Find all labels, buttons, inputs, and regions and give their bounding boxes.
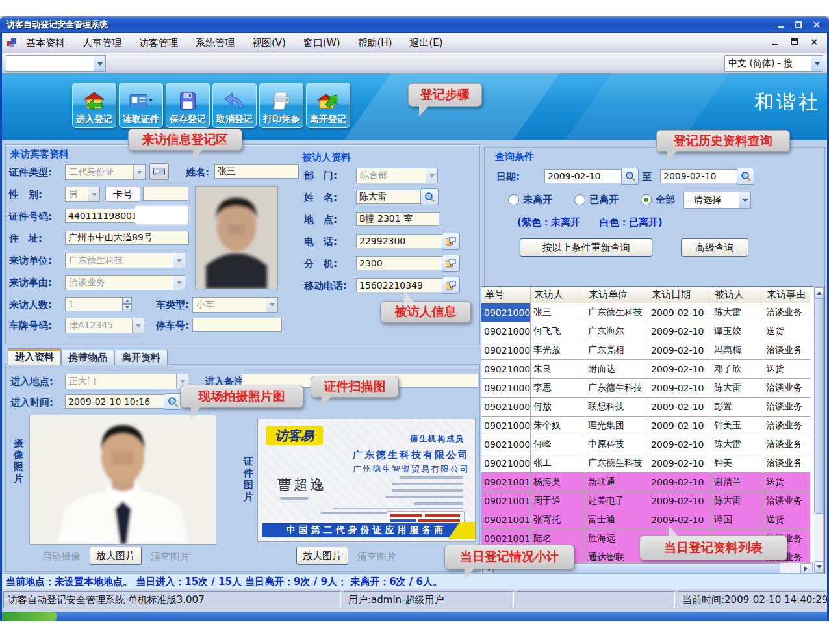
table-row[interactable]: 090210006何放联想科技2009-02-10彭置洽谈业务	[481, 398, 824, 417]
col-header-company[interactable]: 来访单位	[585, 287, 648, 303]
mdi-minimize-icon[interactable]	[770, 36, 780, 47]
ext-field[interactable]: 2300	[356, 256, 443, 270]
zoom-photo-button[interactable]: 放大图片	[90, 547, 142, 565]
menu-system[interactable]: 系统管理	[196, 37, 235, 49]
cancel-registration-button[interactable]: 取消登记	[212, 83, 257, 128]
table-row[interactable]: 090210001张三广东德生科技2009-02-10陈大雷洽谈业务	[481, 303, 824, 322]
parking-field[interactable]	[192, 318, 282, 332]
summary-text: 当前地点：未设置本地地点。 当日进入：15次 / 15人 当日离开：9次 / 9…	[6, 576, 442, 588]
table-row[interactable]: 090210011周于通赴美电子2009-02-10陈大雷洽谈业务	[481, 492, 824, 511]
menu-basic-data[interactable]: 基本资料	[26, 37, 65, 49]
tab-entry-info[interactable]: 进入资料	[8, 348, 61, 365]
date-label: 日期:	[496, 171, 520, 183]
visit-company-combobox[interactable]: 广东德生科技	[65, 253, 185, 268]
query-select-combobox[interactable]: --请选择	[683, 192, 751, 209]
dept-combobox[interactable]: 综合部	[356, 168, 438, 183]
requery-button[interactable]: 按以上条件重新查询	[520, 238, 652, 257]
scroll-down-icon[interactable]	[814, 561, 824, 573]
menu-exit[interactable]: 退出(E)	[410, 37, 443, 49]
enter-registration-button[interactable]: 进入登记	[72, 83, 116, 128]
phone-field[interactable]: 22992300	[356, 234, 443, 248]
zoom-card-button[interactable]: 放大图片	[296, 547, 348, 565]
radio-not-left[interactable]: 未离开	[508, 194, 552, 206]
col-header-visitor[interactable]: 来访人	[531, 287, 585, 303]
start-camera-button[interactable]: 启动摄像	[36, 548, 86, 565]
location-field[interactable]: B幢 2301 室	[356, 212, 439, 226]
restore-icon[interactable]	[793, 19, 804, 29]
callout-today-summary: 当日登记情况小计	[444, 545, 574, 569]
leave-registration-button[interactable]: 离开登记	[306, 83, 350, 128]
address-field[interactable]: 广州市中山大道89号	[65, 231, 189, 245]
lookup-person-button[interactable]	[420, 188, 439, 205]
screenshot-stage: 访客自动登记安全管理系统 × 基本资料 人事管理 访客管理 系统管理 视图(V)…	[0, 0, 829, 644]
table-row[interactable]: 090210004朱良附而达2009-02-10邓子欣送货	[481, 360, 824, 379]
radio-left[interactable]: 已离开	[574, 194, 619, 206]
menu-hr[interactable]: 人事管理	[83, 37, 121, 49]
menu-visitor[interactable]: 访客管理	[139, 37, 178, 49]
date-from-picker-button[interactable]	[621, 168, 639, 185]
clear-card-button[interactable]: 清空图片	[352, 548, 402, 565]
call-phone-button[interactable]	[442, 233, 460, 250]
close-icon[interactable]: ×	[811, 19, 823, 29]
col-header-date[interactable]: 来访日期	[648, 287, 711, 303]
gender-combobox[interactable]: 男	[65, 187, 100, 202]
table-row[interactable]: 090210003李光放广东亮相2009-02-10冯惠梅洽谈业务	[481, 341, 824, 360]
entry-location-label: 进入地点:	[10, 376, 53, 388]
scroll-right-icon[interactable]	[800, 563, 811, 574]
entry-time-field[interactable]: 2009-02-10 10:16	[65, 394, 168, 409]
read-id-card-button[interactable]: 读取证件	[119, 83, 163, 128]
table-row[interactable]: 090210008何峰中原科技2009-02-10陈大雷洽谈业务	[481, 435, 824, 454]
menu-view[interactable]: 视图(V)	[252, 37, 286, 49]
mobile-field[interactable]: 15602210349	[356, 278, 443, 292]
cert-type-combobox[interactable]: 二代身份证	[65, 164, 146, 180]
plate-combobox[interactable]: 津A12345	[65, 318, 144, 333]
col-header-reason[interactable]: 来访事由	[763, 287, 810, 303]
visited-name-field[interactable]: 陈大雷	[356, 190, 424, 204]
visit-reason-combobox[interactable]: 洽谈业务	[65, 275, 185, 290]
table-row[interactable]: 090210009张工广东德生科技2009-02-10钟美洽谈业务	[481, 454, 824, 473]
mdi-close-icon[interactable]: ×	[809, 36, 819, 47]
clear-photo-button[interactable]: 清空图片	[146, 548, 195, 565]
scrollbar-thumb[interactable]	[814, 298, 824, 514]
table-header[interactable]: 单号 来访人 来访单位 来访日期 被访人 来访事由	[481, 287, 824, 303]
table-row[interactable]: 090210002何飞飞广东海尔2009-02-10谭玉姣送货	[481, 322, 824, 341]
minimize-icon[interactable]	[774, 19, 786, 29]
tab-carried-items[interactable]: 携带物品	[61, 350, 114, 365]
menu-help[interactable]: 帮助(H)	[358, 37, 392, 49]
entry-location-combobox[interactable]: 正大门	[65, 374, 188, 389]
date-to-field[interactable]: 2009-02-10	[660, 169, 741, 183]
entry-time-picker-button[interactable]	[164, 393, 181, 410]
col-header-host[interactable]: 被访人	[711, 287, 763, 303]
quick-select-combobox[interactable]	[6, 55, 106, 72]
vehicle-type-combobox[interactable]: 小车	[192, 297, 278, 313]
save-registration-button[interactable]: 保存登记	[166, 83, 210, 128]
menu-window[interactable]: 窗口(W)	[303, 37, 340, 49]
language-selector[interactable]: 中文 (简体) - 搜	[724, 55, 823, 72]
call-mobile-button[interactable]	[442, 277, 460, 294]
registry-table[interactable]: 单号 来访人 来访单位 来访日期 被访人 来访事由 090210001张三广东德…	[481, 286, 825, 576]
quantity-stepper[interactable]	[122, 297, 132, 311]
card-reader-button[interactable]	[149, 163, 169, 180]
visitor-name-field[interactable]: 张三	[214, 164, 299, 179]
tab-leave-info[interactable]: 离开资料	[114, 350, 168, 365]
date-to-picker-button[interactable]	[737, 168, 754, 185]
vehicle-type-label: 车类型:	[156, 299, 189, 311]
print-receipt-button[interactable]: 打印凭条	[259, 83, 303, 128]
table-row[interactable]: 090210012张寄托富士通2009-02-10谭国送货	[481, 511, 824, 530]
table-row[interactable]: 090210010杨海类新联通2009-02-10谢清兰送货	[481, 473, 824, 492]
col-header-id[interactable]: 单号	[481, 287, 531, 303]
mdi-restore-icon[interactable]	[789, 36, 800, 47]
visitor-count-field[interactable]: 1	[65, 297, 127, 311]
radio-all[interactable]: 全部	[641, 194, 675, 206]
card-number-field[interactable]	[143, 187, 188, 201]
advanced-query-button[interactable]: 高级查询	[681, 238, 748, 257]
date-from-field[interactable]: 2009-02-10	[544, 169, 625, 183]
scroll-up-icon[interactable]	[814, 287, 824, 298]
table-row[interactable]: 090210005李思广东德生科技2009-02-10陈大雷洽谈业务	[481, 379, 824, 398]
vertical-scrollbar[interactable]	[813, 286, 824, 574]
chevron-down-icon	[739, 192, 750, 208]
card-number-button[interactable]: 卡号	[105, 187, 140, 202]
call-ext-button[interactable]	[442, 255, 460, 272]
card-company-2: 广州德生智盟贸易有限公司	[353, 463, 470, 475]
table-row[interactable]: 090210007朱个奴理光集团2009-02-10钟美玉洽谈业务	[481, 417, 824, 435]
